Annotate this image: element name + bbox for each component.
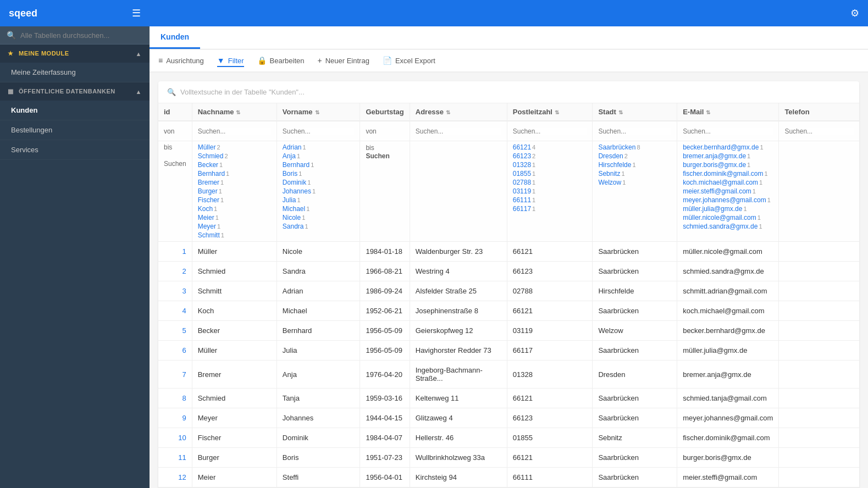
table-row: 1 Müller Nicole 1984-01-18 Waldenburger …: [158, 242, 859, 262]
filter-option[interactable]: Anja1: [283, 152, 355, 160]
cell-adresse: Alsfelder Straße 25: [410, 281, 507, 301]
filter-option[interactable]: Boris1: [283, 170, 355, 178]
filter-option[interactable]: schmied.sandra@gmx.de1: [683, 223, 773, 230]
sidebar-item-services[interactable]: Services: [0, 140, 150, 160]
filter-nachname-input[interactable]: [198, 127, 271, 135]
sort-icon-stadt: ⇅: [618, 109, 623, 115]
filter-option[interactable]: Sebnitz1: [598, 170, 671, 178]
toolbar-ausrichtung[interactable]: ≡ Ausrichtung: [158, 54, 204, 67]
cell-id: 6: [158, 341, 192, 361]
cell-postleitzahl: 66111: [507, 468, 593, 487]
filter-option[interactable]: Müller2: [198, 143, 271, 151]
filter-option[interactable]: Dresden2: [598, 152, 671, 160]
filter-option[interactable]: Bernhard1: [283, 161, 355, 169]
filter-vorname-search[interactable]: [277, 121, 360, 141]
filter-option[interactable]: Sandra1: [283, 223, 355, 230]
filter-option[interactable]: 661171: [513, 205, 587, 213]
filter-option[interactable]: Becker1: [198, 161, 271, 169]
cell-id: 8: [158, 389, 192, 408]
filter-option[interactable]: Schmied2: [198, 152, 271, 160]
filter-option[interactable]: Meyer1: [198, 223, 271, 230]
cell-email: meier.steffi@gmail.com: [677, 468, 779, 487]
filter-option[interactable]: 018551: [513, 170, 587, 178]
public-db-section[interactable]: ▦ ÖFFENTLICHE DATENBANKEN ▲: [0, 82, 150, 101]
sidebar-search-input[interactable]: [20, 31, 143, 40]
toolbar-neuer-eintrag[interactable]: + Neuer Eintrag: [317, 54, 369, 67]
filter-option[interactable]: 027881: [513, 179, 587, 186]
filter-option[interactable]: müller.julia@gmx.de1: [683, 205, 773, 213]
cell-postleitzahl: 66121: [507, 389, 593, 408]
filter-option[interactable]: Adrian1: [283, 143, 355, 151]
filter-nachname-search[interactable]: [192, 121, 277, 141]
filter-option[interactable]: Schmitt1: [198, 231, 271, 239]
filter-option[interactable]: Bremer1: [198, 179, 271, 186]
filter-vorname-input[interactable]: [283, 127, 355, 135]
filter-option[interactable]: burger.boris@gmx.de1: [683, 161, 773, 169]
filter-option[interactable]: 031191: [513, 187, 587, 195]
toolbar-filter[interactable]: ▼ Filter: [217, 54, 244, 67]
filter-option[interactable]: Fischer1: [198, 196, 271, 204]
col-vorname[interactable]: Vorname⇅: [277, 103, 360, 121]
filter-option[interactable]: Welzow1: [598, 179, 671, 186]
cell-vorname: Johannes: [277, 408, 360, 428]
col-nachname[interactable]: Nachname⇅: [192, 103, 277, 121]
cell-email: fischer.dominik@gmail.com: [677, 428, 779, 448]
sidebar-item-bestellungen[interactable]: Bestellungen: [0, 120, 150, 140]
filter-plz-search[interactable]: [507, 121, 593, 141]
cell-geburtstag: 1976-04-20: [360, 361, 410, 389]
filter-option[interactable]: Julia1: [283, 196, 355, 204]
filter-stadt-input[interactable]: [598, 127, 671, 135]
filter-telefon-input[interactable]: [784, 127, 854, 135]
hamburger-icon[interactable]: ☰: [132, 7, 141, 19]
filter-option[interactable]: Bernhard1: [198, 170, 271, 178]
filter-option[interactable]: koch.michael@gmail.com1: [683, 179, 773, 186]
filter-geburtstag-from: von: [360, 121, 410, 141]
cell-telefon: [779, 408, 859, 428]
toolbar-excel-export[interactable]: 📄 Excel Export: [383, 54, 435, 67]
filter-email-input[interactable]: [683, 127, 773, 135]
filter-option[interactable]: 661214: [513, 143, 587, 151]
filter-option[interactable]: 661111: [513, 196, 587, 204]
filter-adresse-input[interactable]: [416, 127, 501, 135]
cell-vorname: Sandra: [277, 262, 360, 281]
filter-email-search[interactable]: [677, 121, 779, 141]
cell-stadt: Saarbrücken: [593, 448, 677, 468]
filter-option[interactable]: Koch1: [198, 205, 271, 213]
filter-option[interactable]: Meier1: [198, 214, 271, 221]
my-modules-section[interactable]: ★ MEINE MODULE ▲: [0, 45, 150, 63]
cell-postleitzahl: 01328: [507, 361, 593, 389]
filter-option[interactable]: Nicole1: [283, 214, 355, 221]
col-stadt[interactable]: Stadt⇅: [593, 103, 677, 121]
filter-option[interactable]: Saarbrücken8: [598, 143, 671, 151]
geburtstag-search-btn[interactable]: Suchen: [366, 151, 389, 161]
filter-adresse-search[interactable]: [410, 121, 507, 141]
tab-kunden[interactable]: Kunden: [150, 26, 200, 49]
filter-option[interactable]: Burger1: [198, 187, 271, 195]
filter-option[interactable]: 661232: [513, 152, 587, 160]
filter-telefon-search[interactable]: [779, 121, 859, 141]
sidebar-item-kunden[interactable]: Kunden: [0, 101, 150, 120]
filter-stadt-search[interactable]: [593, 121, 677, 141]
filter-option[interactable]: meier.steffi@gmail.com1: [683, 187, 773, 195]
filter-option[interactable]: Hirschfelde1: [598, 161, 671, 169]
toolbar-bearbeiten[interactable]: 🔒 Bearbeiten: [257, 54, 305, 67]
cell-adresse: Hellerstr. 46: [410, 428, 507, 448]
filter-option[interactable]: Michael1: [283, 205, 355, 213]
col-email[interactable]: E-Mail⇅: [677, 103, 779, 121]
col-postleitzahl[interactable]: Postleitzahl⇅: [507, 103, 593, 121]
filter-plz-input[interactable]: [513, 127, 587, 135]
cell-nachname: Müller: [192, 341, 277, 361]
filter-option[interactable]: 013281: [513, 161, 587, 169]
filter-option[interactable]: becker.bernhard@gmx.de1: [683, 143, 773, 151]
cell-adresse: Kirchsteig 94: [410, 468, 507, 487]
filter-option[interactable]: fischer.dominik@gmail.com1: [683, 170, 773, 178]
filter-option[interactable]: Johannes1: [283, 187, 355, 195]
table-search-input[interactable]: [180, 88, 345, 96]
filter-option[interactable]: müller.nicole@gmail.com1: [683, 214, 773, 221]
gear-icon[interactable]: ⚙: [850, 7, 859, 19]
filter-option[interactable]: meyer.johannes@gmail.com1: [683, 196, 773, 204]
sidebar-item-zeiterfassung[interactable]: Meine Zeiterfassung: [0, 63, 150, 82]
col-adresse[interactable]: Adresse⇅: [410, 103, 507, 121]
filter-option[interactable]: Dominik1: [283, 179, 355, 186]
filter-option[interactable]: bremer.anja@gmx.de1: [683, 152, 773, 160]
